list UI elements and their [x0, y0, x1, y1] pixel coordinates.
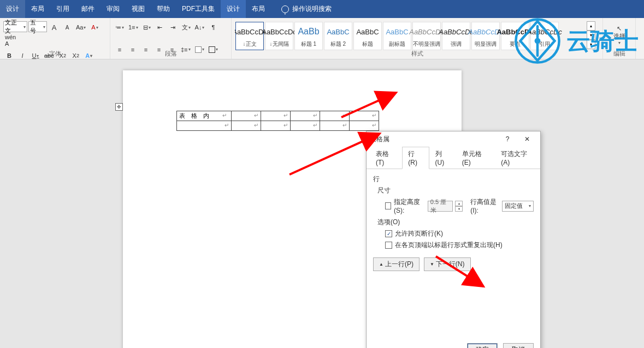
table-move-handle[interactable]: ✥	[115, 103, 123, 111]
style-subtle-emphasis[interactable]: AaBbCcDc不明显强调	[412, 22, 441, 50]
repeat-header-checkbox[interactable]	[385, 242, 392, 249]
table-header-cell[interactable]: 表 格 内↵	[177, 111, 232, 121]
document-canvas[interactable]: ✥ 表 格 内↵ ↵ ↵ ↵ ↵ ↵ ↵ ↵ ↵ ↵ ↵ ↵ 表格属 ?	[0, 59, 644, 348]
table-cell[interactable]: ↵	[291, 111, 320, 121]
dialog-title: 表格属	[370, 135, 498, 144]
style-title[interactable]: AaBbC标题	[353, 22, 382, 50]
table-cell[interactable]: ↵	[177, 121, 232, 131]
table-cell[interactable]: ↵	[261, 111, 291, 121]
style-subtitle[interactable]: AaBbC副标题	[383, 22, 411, 50]
dialog-help-button[interactable]: ?	[498, 131, 517, 147]
height-is-label: 行高值是(I):	[470, 197, 499, 214]
height-mode-select[interactable]: 固定值▾	[502, 201, 534, 212]
numbering-button[interactable]: 1≡	[127, 21, 140, 33]
style-intense-emphasis[interactable]: AaBbCcDc明显强调	[471, 22, 500, 50]
section-row-label: 行	[373, 175, 534, 184]
style-heading1[interactable]: AaBb标题 1	[294, 22, 323, 50]
ribbon-group-paragraph: ≔ 1≡ ⊟ ⇤ ⇥ 文 A↓ ¶ ≡ ≡ ≡ ≡ ≡ ‡≡ 段落	[110, 18, 232, 59]
cancel-button[interactable]: 取消	[503, 343, 534, 348]
styles-gallery[interactable]: AaBbCcDc↓正文 AaBbCcDc↓无间隔 AaBb标题 1 AaBbC标…	[235, 21, 584, 52]
next-row-button[interactable]: ▼下一行(N)	[424, 257, 471, 271]
clear-formatting-button[interactable]: A	[88, 21, 101, 33]
dialog-close-button[interactable]: ✕	[517, 131, 537, 147]
select-button[interactable]: ↖ 选择	[612, 21, 627, 46]
asian-layout-button[interactable]: 文	[180, 21, 192, 33]
menu-view[interactable]: 视图	[126, 0, 151, 18]
allow-break-label: 允许跨页断行(K)	[395, 229, 443, 238]
styles-scroll-down[interactable]: ▾	[587, 31, 595, 40]
sort-button[interactable]: A↓	[193, 21, 206, 33]
ribbon-group-editing: ↖ 选择 编辑	[603, 18, 636, 59]
style-quote[interactable]: AaBbCcDc引用	[530, 22, 559, 50]
styles-gallery-scroll: ▴ ▾ ▾	[587, 21, 595, 49]
bullets-button[interactable]: ≔	[114, 21, 126, 33]
table-cell[interactable]: ↵	[232, 111, 261, 121]
table-cell[interactable]: ↵	[320, 111, 350, 121]
ribbon-group-styles: AaBbCcDc↓正文 AaBbCcDc↓无间隔 AaBb标题 1 AaBbC标…	[232, 18, 603, 59]
lightbulb-icon	[281, 5, 289, 13]
dialog-body: 行 尺寸 指定高度(S): 0.5 厘米 ▴ ▾ 行高值是(I): 固定值▾ 选…	[367, 169, 540, 275]
tell-me-label: 操作说明搜索	[292, 4, 332, 14]
shrink-font-button[interactable]: A	[61, 21, 73, 33]
menu-table-design[interactable]: 设计	[221, 0, 246, 18]
specify-height-checkbox[interactable]	[385, 202, 391, 209]
menu-layout[interactable]: 布局	[25, 0, 50, 18]
tab-cell[interactable]: 单元格(E)	[456, 147, 495, 169]
editing-group-label: 编辑	[603, 50, 635, 58]
table-cell[interactable]: ↵	[261, 121, 291, 131]
menu-design[interactable]: 设计	[0, 0, 25, 18]
tab-column[interactable]: 列(U)	[429, 147, 456, 169]
menu-help[interactable]: 帮助	[151, 0, 176, 18]
ribbon: 文正文▾ 五号▾ A A Aa A wénA B I U abc X2 X2 A…	[0, 18, 644, 59]
tell-me-search[interactable]: 操作说明搜索	[275, 0, 338, 18]
table-cell[interactable]: ↵	[232, 121, 261, 131]
section-options-label: 选项(O)	[377, 218, 534, 227]
style-heading2[interactable]: AaBbC标题 2	[324, 22, 352, 50]
tab-table[interactable]: 表格(T)	[370, 147, 402, 169]
height-spin-up[interactable]: ▴	[455, 201, 463, 206]
decrease-indent-button[interactable]: ⇤	[154, 21, 166, 33]
menu-references[interactable]: 引用	[50, 0, 75, 18]
styles-expand[interactable]: ▾	[587, 40, 595, 49]
style-no-spacing[interactable]: AaBbCcDc↓无间隔	[265, 22, 293, 50]
menu-bar: 设计 布局 引用 邮件 审阅 视图 帮助 PDF工具集 设计 布局 操作说明搜索	[0, 0, 644, 18]
multilevel-button[interactable]: ⊟	[141, 21, 153, 33]
dialog-footer: 确定 取消	[467, 343, 534, 348]
dialog-titlebar[interactable]: 表格属 ? ✕	[367, 131, 540, 147]
table-cell[interactable]: ↵	[291, 121, 320, 131]
increase-indent-button[interactable]: ⇥	[167, 21, 179, 33]
select-label: 选择	[613, 32, 625, 40]
style-normal[interactable]: AaBbCcDc↓正文	[235, 22, 264, 50]
menu-review[interactable]: 审阅	[101, 0, 126, 18]
tab-alt-text[interactable]: 可选文字(A)	[495, 147, 540, 169]
style-strong[interactable]: AaBbCcDc要点	[501, 22, 529, 50]
document-table[interactable]: 表 格 内↵ ↵ ↵ ↵ ↵ ↵ ↵ ↵ ↵ ↵ ↵ ↵	[176, 111, 379, 131]
styles-group-label: 样式	[232, 50, 602, 58]
specify-height-label: 指定高度(S):	[394, 197, 424, 214]
font-size-combo[interactable]: 五号▾	[28, 21, 47, 32]
table-cell[interactable]: ↵	[350, 121, 379, 131]
previous-row-button[interactable]: ▲上一行(P)	[373, 257, 420, 271]
font-group-label: 字体	[0, 50, 110, 58]
show-marks-button[interactable]: ¶	[207, 21, 219, 33]
styles-scroll-up[interactable]: ▴	[587, 21, 595, 31]
table-cell[interactable]: ↵	[320, 121, 350, 131]
table-cell[interactable]: ↵	[350, 111, 379, 121]
dialog-tabs: 表格(T) 行(R) 列(U) 单元格(E) 可选文字(A)	[367, 147, 540, 169]
tab-row[interactable]: 行(R)	[402, 147, 429, 169]
grow-font-button[interactable]: A	[48, 21, 60, 33]
ribbon-group-font: 文正文▾ 五号▾ A A Aa A wénA B I U abc X2 X2 A…	[0, 18, 110, 59]
row-height-input[interactable]: 0.5 厘米	[428, 201, 453, 212]
table-properties-dialog: 表格属 ? ✕ 表格(T) 行(R) 列(U) 单元格(E) 可选文字(A) 行…	[366, 131, 541, 348]
ok-button[interactable]: 确定	[467, 343, 498, 348]
menu-mailings[interactable]: 邮件	[75, 0, 101, 18]
phonetic-guide-button[interactable]: wénA	[3, 34, 17, 46]
change-case-button[interactable]: Aa	[74, 21, 87, 33]
font-style-combo[interactable]: 文正文▾	[3, 21, 27, 32]
allow-break-checkbox[interactable]: ✓	[385, 230, 392, 237]
menu-table-layout[interactable]: 布局	[246, 0, 271, 18]
menu-pdf-tools[interactable]: PDF工具集	[176, 0, 221, 18]
height-spin-down[interactable]: ▾	[455, 206, 463, 212]
style-emphasis[interactable]: AaBbCcDc强调	[442, 22, 470, 50]
cursor-icon: ↖	[617, 25, 622, 32]
